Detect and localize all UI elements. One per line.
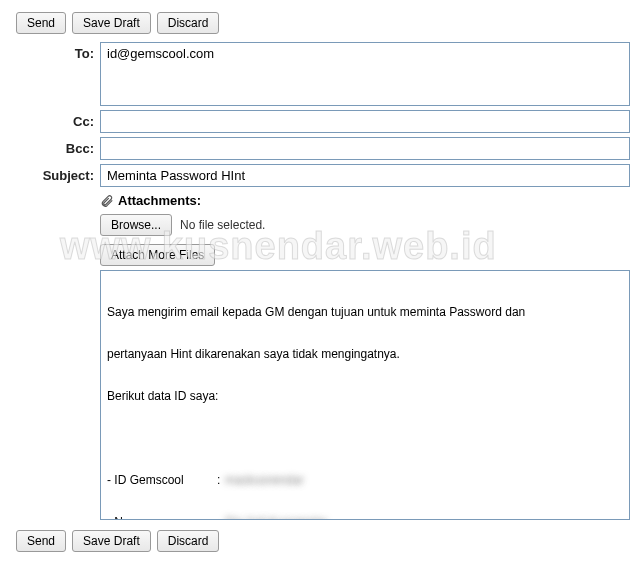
bcc-input[interactable] [100,137,630,160]
top-toolbar: Send Save Draft Discard [8,8,630,38]
body-blank [107,431,623,445]
body-line: pertanyaan Hint dikarenakan saya tidak m… [107,347,623,361]
send-button-bottom[interactable]: Send [16,530,66,552]
to-row: To: [8,42,630,106]
cc-row: Cc: [8,110,630,133]
subject-input[interactable] [100,164,630,187]
paperclip-icon [100,194,114,208]
body-key: - ID Gemscool [107,473,217,487]
discard-button[interactable]: Discard [157,12,220,34]
to-label: To: [8,42,100,61]
subject-label: Subject: [8,164,100,183]
send-button[interactable]: Send [16,12,66,34]
discard-button-bottom[interactable]: Discard [157,530,220,552]
body-value: Dio Yuli Kusnendar [225,515,327,520]
cc-input[interactable] [100,110,630,133]
body-line: Berikut data ID saya: [107,389,623,403]
bcc-row: Bcc: [8,137,630,160]
body-line: Saya mengirim email kepada GM dengan tuj… [107,305,623,319]
attachments-header: Attachments: [100,193,630,208]
cc-label: Cc: [8,110,100,129]
message-body[interactable]: Saya mengirim email kepada GM dengan tuj… [100,270,630,520]
save-draft-button-bottom[interactable]: Save Draft [72,530,151,552]
bottom-toolbar: Send Save Draft Discard [8,526,630,556]
body-area: Saya mengirim email kepada GM dengan tuj… [100,270,630,520]
to-input[interactable] [100,42,630,106]
attachments-block: Attachments: Browse... No file selected.… [100,193,630,266]
bcc-label: Bcc: [8,137,100,156]
attach-more-button[interactable]: Attach More Files [100,244,215,266]
browse-button[interactable]: Browse... [100,214,172,236]
subject-row: Subject: [8,164,630,187]
file-status: No file selected. [180,218,265,232]
file-row: Browse... No file selected. [100,214,630,236]
body-key: - Nama [107,515,217,520]
body-value: maskusnendar [225,473,304,487]
save-draft-button[interactable]: Save Draft [72,12,151,34]
attachments-label: Attachments: [118,193,201,208]
